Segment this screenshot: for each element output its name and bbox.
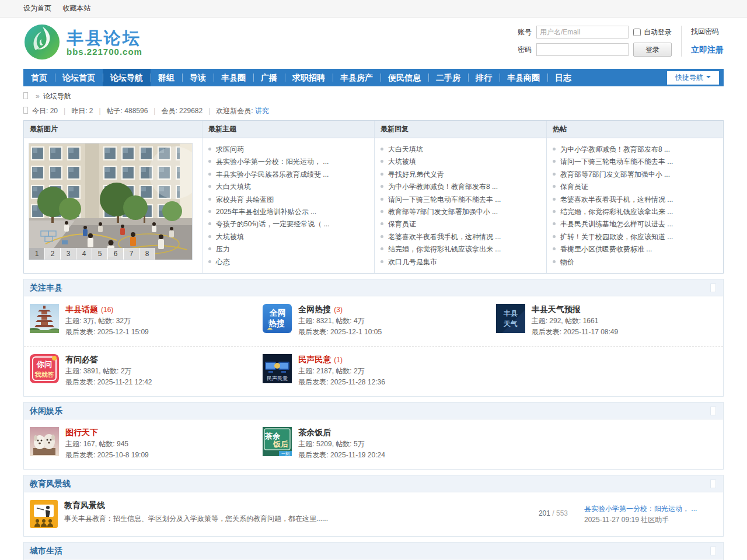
nav-item[interactable]: 丰县商圈 (500, 69, 547, 86)
topic-link[interactable]: 教育部等7部门发文部署加强中小 ... (553, 169, 717, 181)
register-link[interactable]: 立即注册 (691, 45, 724, 55)
nav-item[interactable]: 日志 (547, 69, 579, 86)
collapse-icon[interactable] (710, 547, 716, 555)
pager-item[interactable]: 5 (92, 248, 108, 260)
section-header: 教育风景线 (24, 475, 723, 492)
topic-link[interactable]: 老婆喜欢半夜看我手机，这种情况 ... (381, 231, 540, 243)
topic-link[interactable]: 家校共育 共绘蓝图 (208, 194, 368, 206)
pager-item[interactable]: 4 (76, 248, 92, 260)
weather-icon[interactable]: 丰县天气 (496, 304, 525, 333)
forum-section: 休闲娱乐图行天下主题: 167, 帖数: 945最后发表: 2025-10-8 … (23, 402, 724, 470)
topic-link[interactable]: 大坑被填 (208, 231, 368, 243)
collapse-icon[interactable] (710, 284, 716, 292)
password-label: 密码 (518, 45, 532, 55)
topic-link[interactable]: 2025年丰县创业培训补贴公示 ... (208, 206, 368, 218)
home-icon[interactable] (23, 92, 28, 99)
topic-link[interactable]: 大坑被填 (381, 156, 540, 168)
collapse-icon[interactable] (710, 407, 716, 415)
nav-item[interactable]: 导读 (182, 69, 214, 86)
hot-search-icon[interactable]: 全网热搜 (263, 304, 292, 333)
topic-link[interactable]: 保育员证 (553, 181, 717, 193)
topic-link[interactable]: 压力 (208, 243, 368, 256)
topic-link[interactable]: 大白天填坑 (381, 144, 540, 156)
latest-photo[interactable]: 12345678 (29, 143, 193, 260)
forum-link[interactable]: 教育风景线 (64, 501, 105, 510)
auto-login-label: 自动登录 (644, 27, 672, 37)
topic-link[interactable]: 物价 (553, 256, 717, 268)
pager-item[interactable]: 6 (108, 248, 124, 260)
topic-link[interactable]: 请问一下骑三轮电动车能不能去丰 ... (553, 156, 717, 168)
forum-link[interactable]: 茶余饭后 (298, 428, 331, 437)
svg-text:一刻: 一刻 (281, 452, 289, 456)
pagoda-icon[interactable] (30, 304, 59, 333)
topic-link[interactable]: 教育部等7部门发文部署加强中小 ... (381, 206, 540, 218)
topic-link[interactable]: 丰县民兵训练基地怎么样可以进去 ... (553, 218, 717, 230)
topic-link[interactable]: 结完婚，你觉得彩礼钱应该拿出来 ... (553, 206, 717, 218)
ask-answer-icon[interactable]: 你问我就答 (30, 354, 59, 383)
topic-link[interactable]: 大白天填坑 (208, 181, 368, 193)
forum-link[interactable]: 丰县话题 (65, 304, 98, 314)
forum-link[interactable]: 民声民意 (298, 355, 331, 364)
topic-link[interactable]: 为中小学教师减负！教育部发布8 ... (553, 144, 717, 156)
nav-item[interactable]: 广播 (253, 69, 285, 86)
nav-item[interactable]: 论坛导航 (103, 69, 151, 86)
newest-member-link[interactable]: 讲究 (255, 107, 269, 115)
nav-item[interactable]: 便民信息 (381, 69, 428, 86)
nav-item[interactable]: 丰县圈 (214, 69, 253, 86)
svg-text:饭后: 饭后 (273, 440, 288, 449)
nav-item[interactable]: 二手房 (428, 69, 468, 86)
nav-item[interactable]: 排行 (468, 69, 500, 86)
breadcrumb-current[interactable]: 论坛导航 (43, 92, 71, 100)
public-voice-icon[interactable]: 民声民意 (263, 354, 292, 383)
topic-link[interactable]: 寻找好兄弟代义青 (381, 169, 540, 181)
forum-link[interactable]: 有问必答 (65, 355, 98, 364)
nav-item[interactable]: 群组 (151, 69, 182, 86)
site-logo[interactable]: 丰县论坛 bbs.221700.com (23, 23, 142, 62)
topic-link[interactable]: 丰县实验小学民族器乐教育成绩斐 ... (208, 169, 368, 181)
topic-link[interactable]: 为中小学教师减负！教育部发布8 ... (381, 181, 540, 193)
login-button[interactable]: 登录 (633, 43, 672, 57)
chevron-down-icon (706, 76, 711, 80)
lastpost-link[interactable]: 县实验小学第一分校：阳光运动， ... (584, 503, 717, 514)
topic-link[interactable]: 心态 (208, 256, 368, 268)
topic-link[interactable]: 保育员证 (381, 218, 540, 230)
pager-item[interactable]: 7 (124, 248, 139, 260)
pager-item[interactable]: 3 (61, 248, 76, 260)
topic-link[interactable]: 求医问药 (208, 144, 368, 156)
photo-world-icon[interactable] (30, 427, 59, 456)
nav-item[interactable]: 首页 (23, 69, 55, 86)
password-input[interactable] (536, 43, 629, 56)
nav-item[interactable]: 求职招聘 (285, 69, 333, 86)
bookmark-site-link[interactable]: 收藏本站 (62, 4, 90, 12)
pager-item[interactable]: 1 (29, 248, 45, 260)
stats-icon (23, 107, 28, 114)
forum-new-count: (16) (101, 306, 113, 314)
forum-lastdate: 最后发表: 2025-12-1 10:05 (298, 327, 382, 338)
forum-stats: 主题: 292, 帖数: 1661 (532, 316, 619, 327)
pager-item[interactable]: 8 (139, 248, 155, 260)
topic-link[interactable]: 欢口几号是集市 (381, 256, 540, 268)
topic-link[interactable]: 老婆喜欢半夜看我手机，这种情况 ... (553, 194, 717, 206)
find-password-link[interactable]: 找回密码 (691, 27, 724, 37)
auto-login-checkbox[interactable] (633, 29, 641, 36)
nav-item[interactable]: 丰县房产 (333, 69, 381, 86)
topic-link[interactable]: 县实验小学第一分校：阳光运动， ... (208, 156, 368, 168)
topic-link[interactable]: 请问一下骑三轮电动车能不能去丰 ... (381, 194, 540, 206)
account-input[interactable] (536, 26, 629, 38)
forum-link[interactable]: 丰县天气预报 (532, 304, 581, 314)
quick-nav-button[interactable]: 快捷导航 (667, 71, 719, 85)
forum-lastdate: 最后发表: 2025-10-8 19:09 (65, 450, 149, 461)
tea-chat-icon[interactable]: 茶余饭后一刻 (263, 427, 292, 456)
nav-item[interactable]: 论坛首页 (55, 69, 103, 86)
topic-link[interactable]: 香榭里小区供暖费收费标准 ... (553, 243, 717, 256)
collapse-icon[interactable] (710, 480, 716, 488)
set-homepage-link[interactable]: 设为首页 (23, 4, 51, 12)
section-header: 关注丰县 (24, 279, 723, 296)
topic-link[interactable]: 结完婚，你觉得彩礼钱应该拿出来 ... (381, 243, 540, 256)
pager-item[interactable]: 2 (45, 248, 61, 260)
topic-link[interactable]: 扩转！关于校园欺凌，你应该知道 ... (553, 231, 717, 243)
education-icon[interactable] (30, 500, 58, 528)
forum-link[interactable]: 图行天下 (65, 428, 98, 437)
topic-link[interactable]: 夸孩子的50句话，一定要经常说（ ... (208, 218, 368, 230)
forum-link[interactable]: 全网热搜 (298, 304, 331, 314)
